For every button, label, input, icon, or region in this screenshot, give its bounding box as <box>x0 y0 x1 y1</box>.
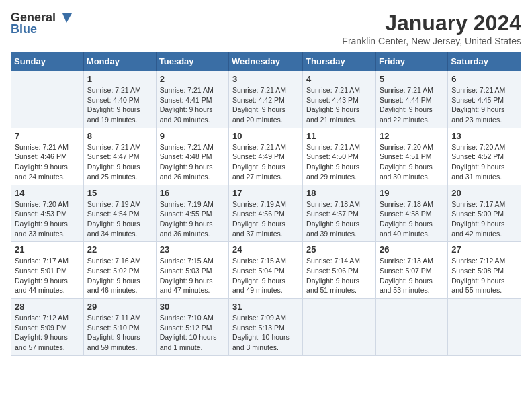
day-number: 28 <box>15 302 80 312</box>
month-title: January 2024 <box>342 11 521 36</box>
day-info: Sunrise: 7:21 AMSunset: 4:44 PMDaylight:… <box>380 85 444 125</box>
day-info-line: Sunrise: 7:21 AM <box>15 142 80 152</box>
day-info-line: and 42 minutes. <box>451 229 517 239</box>
day-info: Sunrise: 7:21 AMSunset: 4:46 PMDaylight:… <box>15 142 80 182</box>
day-info-line: Sunset: 4:41 PM <box>160 95 225 105</box>
calendar-cell <box>303 299 376 356</box>
day-info-line: and 27 minutes. <box>232 172 299 182</box>
day-info-line: Sunrise: 7:17 AM <box>15 256 80 266</box>
day-info-line: and 59 minutes. <box>87 342 152 353</box>
day-info-line: Sunrise: 7:21 AM <box>160 142 225 152</box>
header-cell-thursday: Thursday <box>303 52 376 71</box>
day-number: 31 <box>232 302 299 312</box>
day-info-line: Sunrise: 7:11 AM <box>87 313 152 323</box>
day-info: Sunrise: 7:21 AMSunset: 4:43 PMDaylight:… <box>306 85 372 125</box>
day-info-line: Sunset: 4:57 PM <box>306 209 372 219</box>
day-info-line: Daylight: 9 hours <box>306 276 372 286</box>
calendar-cell: 8Sunrise: 7:21 AMSunset: 4:47 PMDaylight… <box>83 128 156 185</box>
calendar-cell: 10Sunrise: 7:21 AMSunset: 4:49 PMDayligh… <box>229 128 303 185</box>
calendar-cell <box>448 299 521 356</box>
day-info: Sunrise: 7:21 AMSunset: 4:48 PMDaylight:… <box>160 142 225 182</box>
day-info: Sunrise: 7:20 AMSunset: 4:53 PMDaylight:… <box>15 199 80 239</box>
calendar-cell: 18Sunrise: 7:18 AMSunset: 4:57 PMDayligh… <box>303 185 376 242</box>
calendar-cell: 22Sunrise: 7:16 AMSunset: 5:02 PMDayligh… <box>83 242 156 299</box>
day-info-line: Sunset: 4:58 PM <box>380 209 444 219</box>
day-number: 9 <box>160 131 225 141</box>
day-info-line: Sunset: 5:13 PM <box>232 323 299 333</box>
header-cell-saturday: Saturday <box>448 52 521 71</box>
day-info-line: Sunset: 4:50 PM <box>306 152 372 162</box>
day-info-line: and 31 minutes. <box>451 172 517 182</box>
day-number: 19 <box>380 188 444 198</box>
day-info-line: Daylight: 9 hours <box>15 332 80 342</box>
calendar-cell: 21Sunrise: 7:17 AMSunset: 5:01 PMDayligh… <box>11 242 84 299</box>
day-number: 24 <box>232 244 299 255</box>
day-info-line: and 44 minutes. <box>15 285 80 295</box>
calendar-cell: 3Sunrise: 7:21 AMSunset: 4:42 PMDaylight… <box>229 71 303 128</box>
day-info-line: Sunrise: 7:20 AM <box>451 142 517 152</box>
header-cell-tuesday: Tuesday <box>156 52 228 71</box>
day-info-line: and 40 minutes. <box>380 229 444 239</box>
day-info: Sunrise: 7:11 AMSunset: 5:10 PMDaylight:… <box>87 313 152 353</box>
week-row-2: 7Sunrise: 7:21 AMSunset: 4:46 PMDaylight… <box>11 128 521 185</box>
day-info-line: Sunrise: 7:21 AM <box>380 85 444 95</box>
day-info-line: Sunrise: 7:18 AM <box>306 199 372 210</box>
svg-marker-0 <box>62 13 72 23</box>
day-number: 15 <box>87 188 152 198</box>
day-info: Sunrise: 7:10 AMSunset: 5:12 PMDaylight:… <box>160 313 225 353</box>
day-info: Sunrise: 7:21 AMSunset: 4:40 PMDaylight:… <box>87 85 152 125</box>
day-info-line: Daylight: 9 hours <box>87 105 152 115</box>
day-info-line: and 20 minutes. <box>232 115 299 125</box>
day-info-line: Sunrise: 7:21 AM <box>451 85 517 95</box>
day-info: Sunrise: 7:21 AMSunset: 4:47 PMDaylight:… <box>87 142 152 182</box>
day-info-line: Sunrise: 7:12 AM <box>15 313 80 323</box>
day-info: Sunrise: 7:15 AMSunset: 5:03 PMDaylight:… <box>160 256 225 295</box>
day-info-line: Sunrise: 7:19 AM <box>232 199 299 210</box>
day-info-line: Sunset: 5:06 PM <box>306 266 372 276</box>
day-info-line: Sunset: 4:46 PM <box>15 152 80 162</box>
day-info-line: Daylight: 9 hours <box>451 219 517 229</box>
calendar-cell: 30Sunrise: 7:10 AMSunset: 5:12 PMDayligh… <box>156 299 228 356</box>
day-number: 11 <box>306 131 372 141</box>
day-info-line: Daylight: 9 hours <box>87 219 152 229</box>
location: Franklin Center, New Jersey, United Stat… <box>342 36 521 46</box>
day-info-line: and 3 minutes. <box>232 342 299 353</box>
day-info: Sunrise: 7:21 AMSunset: 4:50 PMDaylight:… <box>306 142 372 182</box>
day-info: Sunrise: 7:21 AMSunset: 4:41 PMDaylight:… <box>160 85 225 125</box>
header-row: SundayMondayTuesdayWednesdayThursdayFrid… <box>11 52 521 71</box>
calendar-cell: 12Sunrise: 7:20 AMSunset: 4:51 PMDayligh… <box>375 128 447 185</box>
day-info-line: Daylight: 9 hours <box>232 105 299 115</box>
day-info-line: Sunrise: 7:21 AM <box>160 85 225 95</box>
day-info-line: Sunset: 5:00 PM <box>451 209 517 219</box>
day-number: 16 <box>160 188 225 198</box>
header-cell-sunday: Sunday <box>11 52 84 71</box>
calendar-cell: 16Sunrise: 7:19 AMSunset: 4:55 PMDayligh… <box>156 185 228 242</box>
day-info: Sunrise: 7:17 AMSunset: 5:00 PMDaylight:… <box>451 199 517 239</box>
day-info: Sunrise: 7:21 AMSunset: 4:49 PMDaylight:… <box>232 142 299 182</box>
calendar-cell: 26Sunrise: 7:13 AMSunset: 5:07 PMDayligh… <box>375 242 447 299</box>
calendar-cell: 2Sunrise: 7:21 AMSunset: 4:41 PMDaylight… <box>156 71 228 128</box>
day-info: Sunrise: 7:21 AMSunset: 4:42 PMDaylight:… <box>232 85 299 125</box>
day-info: Sunrise: 7:20 AMSunset: 4:51 PMDaylight:… <box>380 142 444 182</box>
calendar-cell: 15Sunrise: 7:19 AMSunset: 4:54 PMDayligh… <box>83 185 156 242</box>
day-info-line: Daylight: 10 hours <box>160 332 225 342</box>
day-info-line: Sunrise: 7:21 AM <box>306 142 372 152</box>
day-info-line: Daylight: 9 hours <box>380 219 444 229</box>
day-info-line: Sunset: 5:09 PM <box>15 323 80 333</box>
day-info: Sunrise: 7:12 AMSunset: 5:09 PMDaylight:… <box>15 313 80 353</box>
day-info-line: Daylight: 9 hours <box>160 276 225 286</box>
day-info-line: Sunset: 5:12 PM <box>160 323 225 333</box>
day-info-line: Sunset: 5:03 PM <box>160 266 225 276</box>
day-info-line: Sunrise: 7:21 AM <box>232 85 299 95</box>
week-row-4: 21Sunrise: 7:17 AMSunset: 5:01 PMDayligh… <box>11 242 521 299</box>
day-info-line: Sunset: 4:45 PM <box>451 95 517 105</box>
day-number: 14 <box>15 188 80 198</box>
day-number: 3 <box>232 74 299 84</box>
day-info-line: Daylight: 9 hours <box>87 332 152 342</box>
page-header: General Blue January 2024 Franklin Cente… <box>11 11 521 46</box>
day-number: 20 <box>451 188 517 198</box>
day-info-line: Sunrise: 7:09 AM <box>232 313 299 323</box>
calendar-table: SundayMondayTuesdayWednesdayThursdayFrid… <box>11 52 521 356</box>
day-info-line: and 47 minutes. <box>160 285 225 295</box>
day-info: Sunrise: 7:16 AMSunset: 5:02 PMDaylight:… <box>87 256 152 295</box>
